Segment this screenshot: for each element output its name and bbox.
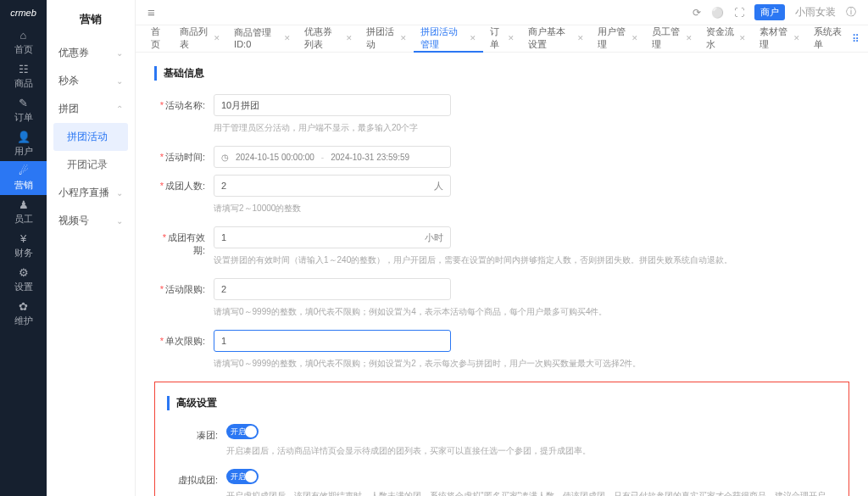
home-icon: ⌂ [20, 29, 27, 42]
tab-sys-form[interactable]: 系统表单 [807, 25, 852, 53]
time-sep: - [321, 153, 324, 162]
label-oncelimit: *单次限购: [154, 330, 214, 348]
submenu-coupon[interactable]: 优惠券⌄ [53, 39, 128, 67]
sub-title: 营销 [47, 0, 135, 39]
label-actlimit: *活动限购: [154, 278, 214, 296]
input-name[interactable] [214, 94, 451, 116]
help-icon[interactable]: ⓘ [846, 5, 856, 20]
tab-fund-flow[interactable]: 资金流水✕ [699, 25, 754, 53]
close-icon[interactable]: ✕ [508, 34, 515, 42]
hint-cou: 开启凑团后，活动商品详情页会显示待成团的团列表，买家可以直接任选一个参团，提升成… [226, 444, 837, 457]
tab-user-mgr[interactable]: 用户管理✕ [591, 25, 645, 53]
nav-home[interactable]: ⌂首页 [0, 25, 47, 59]
advanced-box: 高级设置 凑团: 开启 开启凑团后，活动商品详情页会显示待成团的团列表，买家可以… [154, 382, 849, 496]
nav-maintain[interactable]: ✿维护 [0, 297, 47, 331]
maintain-icon: ✿ [19, 300, 28, 313]
close-icon[interactable]: ✕ [577, 34, 584, 42]
hint-oncelimit: 请填写0～9999的整数，填0代表不限购；例如设置为2，表示每次参与拼团时，用户… [214, 357, 849, 370]
tab-goods-list[interactable]: 商品列表✕ [173, 25, 227, 53]
label-valid: *成团有效期: [154, 226, 214, 257]
submenu-pintuan-record[interactable]: 开团记录 [53, 151, 128, 179]
hint-virtual: 开启虚拟成团后，该团有效期结束时，人数未满的团，系统将会虚拟"匿名买家"凑满人数… [226, 489, 837, 496]
unit-valid: 小时 [425, 231, 443, 244]
hint-name: 用于管理员区分活动，用户端不显示，最多输入20个字 [214, 121, 849, 134]
nav-user[interactable]: 👤用户 [0, 127, 47, 161]
refresh-icon[interactable]: ⟳ [693, 7, 701, 19]
hint-actlimit: 请填写0～9999的整数，填0代表不限购；例如设置为4，表示本活动每个商品，每个… [214, 305, 849, 318]
merchant-badge: 商户 [754, 4, 785, 20]
label-cou: 凑团: [167, 424, 226, 442]
submenu-pintuan[interactable]: 拼团⌃ [53, 95, 128, 123]
label-people: *成团人数: [154, 175, 214, 192]
chevron-down-icon: ⌄ [116, 76, 123, 86]
grid-icon[interactable]: ⠿ [852, 33, 860, 45]
tab-shop-basic[interactable]: 商户基本设置✕ [521, 25, 591, 53]
tab-goods-mgr[interactable]: 商品管理 ID:0✕ [227, 25, 298, 53]
tab-order[interactable]: 订单✕ [483, 25, 521, 53]
submenu-minilive[interactable]: 小程序直播⌄ [53, 179, 128, 207]
user-icon: 👤 [17, 131, 31, 143]
section-advanced: 高级设置 [167, 396, 837, 410]
tab-coupon-list[interactable]: 优惠券列表✕ [298, 25, 359, 53]
nav-staff[interactable]: ♟员工 [0, 195, 47, 229]
section-basic: 基础信息 [154, 66, 849, 81]
clock-icon: ◷ [221, 153, 229, 162]
tab-pintuan-act[interactable]: 拼团活动✕ [359, 25, 414, 53]
search-icon[interactable]: ⚪ [711, 7, 724, 19]
close-icon[interactable]: ✕ [400, 34, 407, 42]
gear-icon: ⚙ [19, 266, 29, 279]
input-oncelimit[interactable] [214, 330, 451, 352]
tab-staff-mgr[interactable]: 员工管理✕ [645, 25, 699, 53]
close-icon[interactable]: ✕ [284, 34, 291, 42]
nav-sale[interactable]: ☄营销 [0, 161, 47, 195]
expand-icon[interactable]: ⛶ [734, 7, 744, 19]
sub-sidebar: 营销 优惠券⌄ 秒杀⌄ 拼团⌃ 拼团活动 开团记录 小程序直播⌄ 视频号⌄ [47, 0, 136, 496]
chevron-down-icon: ⌄ [116, 188, 123, 198]
time-start: 2024-10-15 00:00:00 [236, 153, 314, 162]
submenu-pintuan-activity[interactable]: 拼团活动 [53, 123, 128, 151]
order-icon: ✎ [19, 97, 28, 109]
nav-setting[interactable]: ⚙设置 [0, 263, 47, 297]
close-icon[interactable]: ✕ [793, 34, 800, 42]
input-time[interactable]: ◷ 2024-10-15 00:00:00 - 2024-10-31 23:59… [214, 146, 451, 168]
finance-icon: ¥ [20, 232, 26, 245]
nav-order[interactable]: ✎订单 [0, 93, 47, 127]
label-time: *活动时间: [154, 146, 214, 164]
brand-logo: crmeb [0, 0, 47, 25]
close-icon[interactable]: ✕ [214, 34, 220, 42]
close-icon[interactable]: ✕ [632, 34, 638, 42]
time-end: 2024-10-31 23:59:59 [331, 153, 409, 162]
close-icon[interactable]: ✕ [346, 34, 353, 42]
label-name: *活动名称: [154, 94, 214, 112]
goods-icon: ☷ [19, 63, 29, 75]
input-actlimit[interactable] [214, 278, 451, 300]
main-sidebar: crmeb ⌂首页 ☷商品 ✎订单 👤用户 ☄营销 ♟员工 ¥财务 ⚙设置 ✿维… [0, 0, 47, 496]
close-icon[interactable]: ✕ [686, 34, 693, 42]
tabbar: 首页 商品列表✕ 商品管理 ID:0✕ 优惠券列表✕ 拼团活动✕ 拼团活动管理✕… [136, 25, 868, 53]
sale-icon: ☄ [19, 164, 29, 177]
switch-virtual[interactable]: 开启 [226, 469, 259, 484]
submenu-channel[interactable]: 视频号⌄ [53, 207, 128, 235]
user-name[interactable]: 小雨女装 [795, 5, 836, 20]
switch-cou[interactable]: 开启 [226, 424, 259, 439]
staff-icon: ♟ [19, 198, 29, 211]
hamburger-icon[interactable]: ≡ [147, 5, 155, 20]
chevron-down-icon: ⌄ [116, 48, 123, 58]
label-virtual: 虚拟成团: [167, 469, 226, 487]
tab-asset-mgr[interactable]: 素材管理✕ [753, 25, 807, 53]
unit-people: 人 [434, 180, 443, 192]
submenu-seckill[interactable]: 秒杀⌄ [53, 67, 128, 95]
hint-valid: 设置拼团的有效时间（请输入1～240的整数），用户开团后，需要在设置的时间内拼够… [214, 254, 849, 266]
input-valid[interactable]: 小时 [214, 226, 451, 248]
close-icon[interactable]: ✕ [470, 34, 476, 42]
tab-pintuan-mgr[interactable]: 拼团活动管理✕ [414, 25, 483, 53]
tab-home[interactable]: 首页 [144, 25, 173, 53]
nav-finance[interactable]: ¥财务 [0, 229, 47, 263]
hint-people: 请填写2～10000的整数 [214, 202, 849, 215]
topbar: ≡ ⟳ ⚪ ⛶ 商户 小雨女装 ⓘ [136, 0, 868, 25]
input-people[interactable]: 人 [214, 175, 451, 197]
content-area: 基础信息 *活动名称: 用于管理员区分活动，用户端不显示，最多输入20个字 *活… [136, 53, 868, 496]
nav-goods[interactable]: ☷商品 [0, 59, 47, 93]
chevron-up-icon: ⌃ [116, 104, 123, 114]
close-icon[interactable]: ✕ [739, 34, 746, 42]
